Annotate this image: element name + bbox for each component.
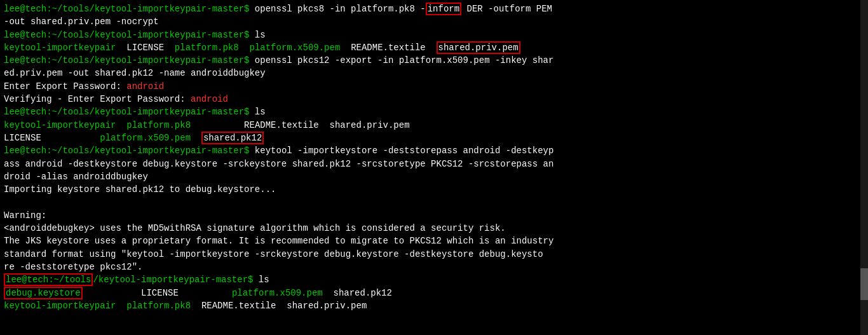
prompt-1: lee@tech:~/tools/keytool-importkeypair-m… <box>4 4 249 14</box>
line-15: Importing keystore shared.pk12 to debug.… <box>4 183 864 196</box>
line-13: ass android -destkeystore debug.keystore… <box>4 158 864 170</box>
line-4: keytool-importkeypair LICENSE platform.p… <box>4 41 864 54</box>
line-1: lee@tech:~/tools/keytool-importkeypair-m… <box>4 3 864 15</box>
line-23: debug.keystore LICENSE platform.x509.pem… <box>4 287 864 299</box>
line-16 <box>4 196 864 209</box>
line-22: lee@tech:~/tools/keytool-importkeypair-m… <box>4 273 864 286</box>
line-9: lee@tech:~/tools/keytool-importkeypair-m… <box>4 106 864 118</box>
line-24: keytool-importkeypair platform.pk8 READM… <box>4 299 864 312</box>
line-18: <androiddebugkey> uses the MD5withRSA si… <box>4 222 864 235</box>
line-3: lee@tech:~/tools/keytool-importkeypair-m… <box>4 29 864 41</box>
line-7: Enter Export Password: android <box>4 80 864 93</box>
line-12: lee@tech:~/tools/keytool-importkeypair-m… <box>4 144 864 157</box>
terminal-content: lee@tech:~/tools/keytool-importkeypair-m… <box>0 0 868 315</box>
scrollbar[interactable] <box>860 0 868 335</box>
line-11: LICENSE platform.x509.pem shared.pk12 <box>4 132 864 144</box>
line-10: keytool-importkeypair platform.pk8 READM… <box>4 119 864 132</box>
terminal-window: lee@tech:~/tools/keytool-importkeypair-m… <box>0 0 868 315</box>
scrollbar-thumb[interactable] <box>860 268 868 300</box>
line-14: droid -alias androiddbugkey <box>4 170 864 183</box>
line-8: Verifying - Enter Export Password: andro… <box>4 93 864 106</box>
line-21: re -deststoretype pkcs12". <box>4 261 864 273</box>
line-19: The JKS keystore uses a proprietary form… <box>4 235 864 247</box>
line-20: standard format using "keytool -importke… <box>4 248 864 261</box>
line-6: ed.priv.pem -out shared.pk12 -name andro… <box>4 67 864 79</box>
line-2: -out shared.priv.pem -nocrypt <box>4 15 864 28</box>
line-5: lee@tech:~/tools/keytool-importkeypair-m… <box>4 54 864 67</box>
line-17: Warning: <box>4 209 864 222</box>
